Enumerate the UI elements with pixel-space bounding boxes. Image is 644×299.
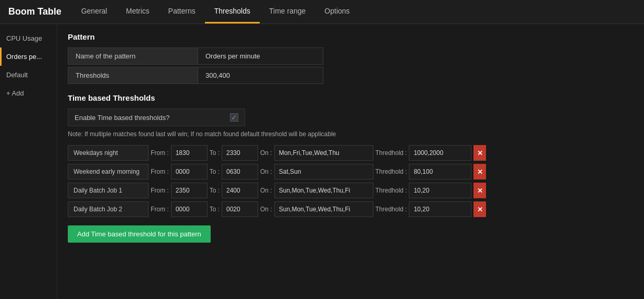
sidebar-item-cpu-usage[interactable]: CPU Usage <box>0 29 57 47</box>
tab-metrics[interactable]: Metrics <box>116 0 159 23</box>
time-based-note: Note: If multiple matches found last wil… <box>68 130 634 138</box>
to-value-1[interactable]: 0630 <box>222 164 258 180</box>
sidebar-add-button[interactable]: + Add <box>0 84 57 102</box>
nav-tabs: General Metrics Patterns Thresholds Time… <box>72 0 359 23</box>
enable-time-based-row: Enable Time based thresholds? ✓ <box>68 109 245 126</box>
on-value-3[interactable]: Sun,Mon,Tue,Wed,Thu,Fi <box>274 201 373 217</box>
row-name-0[interactable]: Weekdays night <box>68 145 149 161</box>
tab-options[interactable]: Options <box>315 0 359 23</box>
on-value-2[interactable]: Sun,Mon,Tue,Wed,Thu,Fi <box>274 183 373 198</box>
sidebar-item-default[interactable]: Default <box>0 66 57 84</box>
pattern-thresholds-value[interactable]: 300,400 <box>198 67 323 84</box>
to-label-2: To : <box>210 187 220 194</box>
delete-button-1[interactable]: ✕ <box>473 164 486 180</box>
from-value-0[interactable]: 1830 <box>171 145 208 161</box>
to-value-3[interactable]: 0020 <box>222 201 258 217</box>
pattern-thresholds-label: Thresholds <box>68 67 198 84</box>
to-value-2[interactable]: 2400 <box>222 183 258 198</box>
from-label-0: From : <box>151 149 169 157</box>
threshold-label-3: Thredhold : <box>375 206 407 213</box>
table-row: Daily Batch Job 2 From : 0000 To : 0020 … <box>68 201 634 217</box>
from-label-1: From : <box>151 168 169 175</box>
table-row: Daily Batch Job 1 From : 2350 To : 2400 … <box>68 183 634 198</box>
on-label-3: On : <box>260 206 272 213</box>
time-based-section: Time based Thresholds Enable Time based … <box>68 93 634 243</box>
content-area: Pattern Name of the pattern Orders per m… <box>57 24 644 299</box>
to-label-0: To : <box>210 149 220 157</box>
table-row: Weekdays night From : 1830 To : 2330 On … <box>68 145 634 161</box>
to-value-0[interactable]: 2330 <box>222 145 258 161</box>
from-value-2[interactable]: 2350 <box>171 183 208 198</box>
delete-button-0[interactable]: ✕ <box>473 145 486 161</box>
on-value-1[interactable]: Sat,Sun <box>274 164 373 180</box>
on-label-1: On : <box>260 168 272 175</box>
sidebar-item-orders[interactable]: Orders pe... <box>0 47 57 66</box>
from-value-3[interactable]: 0000 <box>171 201 208 217</box>
pattern-thresholds-row: Thresholds 300,400 <box>68 67 634 84</box>
threshold-value-1[interactable]: 80,100 <box>409 164 471 180</box>
row-name-2[interactable]: Daily Batch Job 1 <box>68 183 149 198</box>
add-time-based-button[interactable]: Add Time based threshold for this patter… <box>68 225 211 243</box>
on-label-0: On : <box>260 149 272 157</box>
tab-general[interactable]: General <box>72 0 117 23</box>
app-title: Boom Table <box>4 6 72 17</box>
threshold-value-2[interactable]: 10,20 <box>409 183 471 198</box>
threshold-value-0[interactable]: 1000,2000 <box>409 145 471 161</box>
table-row: Weekend early morning From : 0000 To : 0… <box>68 164 634 180</box>
on-label-2: On : <box>260 187 272 194</box>
sidebar: CPU Usage Orders pe... Default + Add <box>0 24 57 299</box>
pattern-section-title: Pattern <box>68 32 634 41</box>
tab-timerange[interactable]: Time range <box>260 0 315 23</box>
to-label-1: To : <box>210 168 220 175</box>
row-name-1[interactable]: Weekend early morning <box>68 164 149 180</box>
on-value-0[interactable]: Mon,Fri,Tue,Wed,Thu <box>274 145 373 161</box>
from-value-1[interactable]: 0000 <box>171 164 208 180</box>
enable-time-based-label: Enable Time based thresholds? <box>75 114 230 122</box>
main-layout: CPU Usage Orders pe... Default + Add Pat… <box>0 24 644 299</box>
pattern-name-row: Name of the pattern Orders per minute <box>68 47 634 65</box>
threshold-value-3[interactable]: 10,20 <box>409 201 471 217</box>
enable-time-based-checkbox[interactable]: ✓ <box>230 113 238 122</box>
threshold-label-2: Thredhold : <box>375 187 407 194</box>
tab-patterns[interactable]: Patterns <box>159 0 205 23</box>
from-label-2: From : <box>151 187 169 194</box>
delete-button-2[interactable]: ✕ <box>473 183 486 198</box>
tab-thresholds[interactable]: Thresholds <box>205 0 260 23</box>
to-label-3: To : <box>210 206 220 213</box>
from-label-3: From : <box>151 206 169 213</box>
threshold-label-0: Thredhold : <box>375 149 407 157</box>
time-based-title: Time based Thresholds <box>68 93 634 102</box>
pattern-name-label: Name of the pattern <box>68 47 198 65</box>
delete-button-3[interactable]: ✕ <box>473 201 486 217</box>
header: Boom Table General Metrics Patterns Thre… <box>0 0 644 24</box>
threshold-label-1: Thredhold : <box>375 168 407 175</box>
row-name-3[interactable]: Daily Batch Job 2 <box>68 201 149 217</box>
pattern-name-value[interactable]: Orders per minute <box>198 47 323 65</box>
